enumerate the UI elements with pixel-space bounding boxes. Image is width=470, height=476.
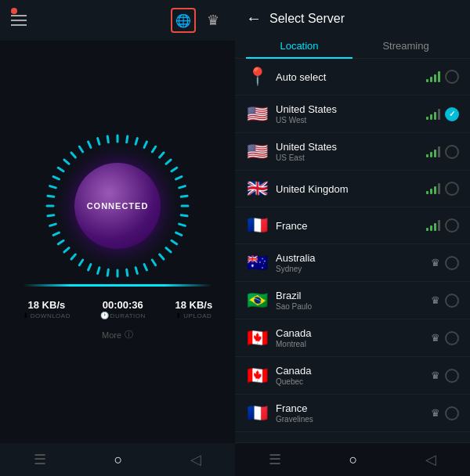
svg-line-27	[71, 254, 75, 259]
server-info: United StatesUS West	[276, 103, 418, 124]
server-info: AustraliaSydney	[276, 252, 423, 273]
flag-icon: 🇬🇧	[246, 178, 268, 199]
server-name: Canada	[276, 365, 423, 377]
right-panel: ← Select Server Location Streaming 📍Auto…	[235, 0, 470, 476]
flag-icon: 🇨🇦	[246, 328, 268, 348]
more-info-icon: ⓘ	[125, 329, 133, 341]
server-info: BrazilSao Paulo	[276, 290, 423, 311]
radio-button[interactable]	[445, 256, 459, 270]
nav-home-button[interactable]: ○	[114, 452, 123, 468]
radio-button[interactable]	[445, 369, 459, 383]
flag-icon: 🇦🇺	[246, 253, 268, 273]
server-sub: Montreal	[276, 340, 423, 348]
nav-menu-button[interactable]: ☰	[34, 451, 46, 468]
crown-icon: ♛	[431, 294, 440, 306]
back-button[interactable]: ←	[246, 9, 262, 27]
vpn-inner-circle[interactable]: CONNECTED	[74, 163, 161, 249]
duration-value: 00:00:36	[103, 299, 143, 311]
server-sub: Sydney	[276, 265, 423, 273]
server-sub: Quebec	[276, 377, 423, 386]
server-right: ♛	[431, 369, 459, 383]
server-right: ♛	[431, 406, 459, 420]
tab-streaming[interactable]: Streaming	[352, 34, 459, 58]
right-nav-home[interactable]: ○	[349, 452, 358, 468]
svg-line-39	[71, 153, 75, 157]
server-sub: Sao Paulo	[276, 302, 423, 311]
svg-line-29	[58, 240, 63, 243]
radio-button[interactable]	[445, 294, 459, 308]
vpn-circle[interactable]: CONNECTED	[39, 128, 196, 284]
server-item[interactable]: 🇨🇦CanadaQuebec♛	[235, 357, 470, 395]
server-item[interactable]: 🇦🇺AustraliaSydney♛	[235, 244, 470, 282]
svg-line-8	[176, 177, 182, 179]
server-item[interactable]: 🇫🇷FranceParis♛	[235, 432, 470, 442]
upload-value: 18 KB/s	[175, 299, 212, 311]
flag-icon: 🇫🇷	[246, 403, 268, 424]
svg-line-42	[98, 139, 99, 145]
download-icon: ⬇	[23, 312, 29, 319]
server-item[interactable]: 📍Auto select	[235, 59, 470, 96]
clock-icon: 🕐	[100, 312, 109, 319]
signal-bars	[426, 109, 440, 120]
server-right	[426, 70, 459, 84]
nav-back-button[interactable]: ◁	[190, 451, 201, 468]
crown-icon: ♛	[431, 332, 440, 344]
server-name: Auto select	[276, 71, 418, 83]
svg-line-37	[58, 168, 63, 171]
server-item[interactable]: 🇨🇦CanadaMontreal♛	[235, 319, 470, 357]
tab-location[interactable]: Location	[246, 34, 352, 58]
svg-line-34	[48, 196, 54, 197]
svg-line-35	[50, 186, 56, 188]
svg-line-38	[64, 160, 69, 164]
globe-icon-button[interactable]: 🌐	[171, 8, 196, 33]
crown-icon-button[interactable]: ♛	[202, 9, 224, 31]
radio-button[interactable]	[445, 218, 459, 233]
flag-icon: 📍	[246, 67, 268, 87]
right-nav-back[interactable]: ◁	[425, 451, 436, 468]
notification-dot	[11, 8, 17, 14]
radio-button[interactable]	[445, 331, 459, 345]
server-item[interactable]: 🇫🇷France	[235, 207, 470, 244]
svg-line-5	[160, 153, 164, 157]
bottom-decorative-bar	[0, 284, 235, 287]
left-header: 🌐 ♛	[0, 0, 235, 41]
server-item[interactable]: 🇬🇧United Kingdom	[235, 171, 470, 207]
server-list: 📍Auto select🇺🇸United StatesUS West🇺🇸Unit…	[235, 59, 470, 442]
hamburger-menu-button[interactable]	[11, 15, 27, 26]
server-name: France	[276, 402, 423, 414]
flag-icon: 🇺🇸	[246, 142, 268, 162]
radio-button[interactable]	[445, 406, 459, 420]
server-item[interactable]: 🇺🇸United StatesUS West	[235, 96, 470, 133]
radio-button[interactable]	[445, 70, 459, 84]
server-item[interactable]: 🇺🇸United StatesUS East	[235, 133, 470, 171]
download-label: DOWNLOAD	[31, 312, 70, 319]
server-right	[426, 218, 459, 233]
svg-line-9	[179, 186, 186, 188]
radio-button[interactable]	[445, 145, 459, 159]
server-name: France	[276, 220, 418, 232]
crown-icon: ♛	[431, 407, 440, 419]
server-name: Australia	[276, 252, 423, 264]
svg-line-21	[127, 269, 128, 276]
signal-bars	[426, 146, 440, 157]
radio-button[interactable]	[445, 182, 459, 196]
svg-line-12	[181, 215, 187, 216]
stats-row: 18 KB/s ⬇ DOWNLOAD 00:00:36 🕐 DURATION 1…	[0, 299, 235, 319]
server-info: United StatesUS East	[276, 141, 418, 162]
download-stat: 18 KB/s ⬇ DOWNLOAD	[23, 299, 70, 319]
right-nav-menu[interactable]: ☰	[269, 451, 281, 468]
flag-icon: 🇧🇷	[246, 290, 268, 311]
radio-button[interactable]	[445, 107, 459, 121]
flag-icon: 🇨🇦	[246, 366, 268, 386]
server-sub: US East	[276, 153, 418, 162]
more-button[interactable]: More ⓘ	[102, 329, 133, 341]
server-right	[426, 182, 459, 196]
svg-line-10	[181, 196, 187, 197]
server-item[interactable]: 🇫🇷FranceGravelines♛	[235, 395, 470, 432]
svg-line-13	[179, 224, 186, 225]
server-info: France	[276, 220, 418, 232]
server-info: Auto select	[276, 71, 418, 83]
flag-icon: 🇫🇷	[246, 215, 268, 236]
server-item[interactable]: 🇧🇷BrazilSao Paulo♛	[235, 282, 470, 319]
svg-line-25	[89, 265, 91, 270]
